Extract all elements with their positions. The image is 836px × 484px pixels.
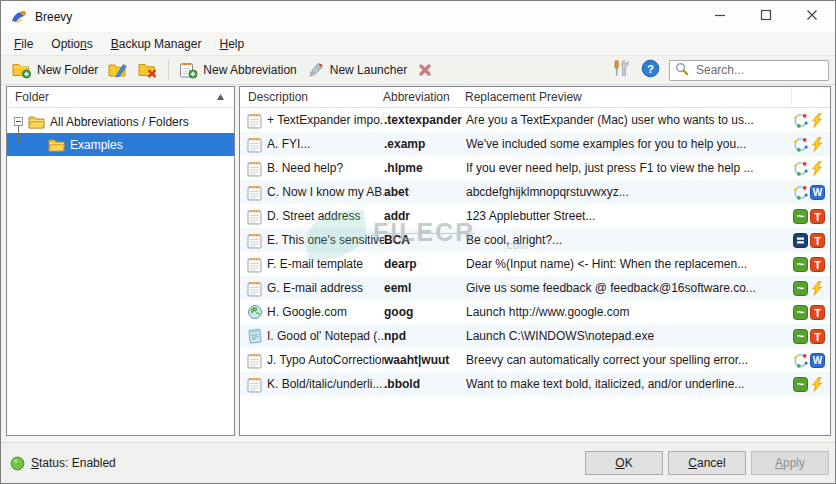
table-row[interactable]: D. Street addressaddr123 Applebutter Str… [240, 204, 830, 228]
search-icon [675, 62, 689, 79]
text-formatting-icon: T [810, 233, 825, 248]
column-header-flags [792, 87, 830, 107]
row-flags: ~T [790, 257, 830, 272]
new-folder-button[interactable]: New Folder [7, 59, 103, 81]
status-text: Status: Enabled [31, 456, 116, 470]
table-row[interactable]: E. This one's sensitive!BCABe cool, alri… [240, 228, 830, 252]
tilde-icon: ~ [793, 329, 808, 344]
close-button[interactable] [789, 1, 835, 32]
menu-item-file[interactable]: File [5, 34, 42, 54]
equals-icon [793, 233, 808, 248]
ok-button[interactable]: OK [585, 451, 663, 475]
row-description: C. Now I know my AB... [267, 185, 384, 199]
row-preview: Want to make text bold, italicized, and/… [466, 377, 790, 391]
row-abbreviation: eeml [384, 281, 466, 295]
table-row[interactable]: J. Typo AutoCorrectionwaaht|wuutBreevy c… [240, 348, 830, 372]
folder-panel: Folder All Abbreviations / Folders Examp… [6, 86, 235, 436]
word-formatting-icon: W [810, 353, 825, 368]
column-header-replacement-preview[interactable]: Replacement Preview [465, 87, 792, 107]
menu-item-options[interactable]: Options [42, 34, 101, 54]
toolbar-right-group: ? [611, 59, 829, 81]
table-row[interactable]: A. FYI....exampWe've included some examp… [240, 132, 830, 156]
new-launcher-label: New Launcher [330, 63, 407, 77]
close-icon [806, 9, 818, 24]
svg-text:~: ~ [797, 257, 805, 272]
new-launcher-button[interactable]: New Launcher [302, 59, 412, 81]
row-abbreviation: addr [384, 209, 466, 223]
table-row[interactable]: K. Bold/italic/underli....bboldWant to m… [240, 372, 830, 396]
label-text: B [111, 37, 119, 51]
row-description: E. This one's sensitive! [267, 233, 384, 247]
row-preview: If you ever need help, just press F1 to … [466, 161, 790, 175]
menu-item-backup-manager[interactable]: Backup Manager [102, 34, 211, 54]
settings-tools-icon[interactable] [611, 59, 632, 81]
row-description: K. Bold/italic/underli... [267, 377, 384, 391]
window-controls [697, 1, 835, 32]
row-description: D. Street address [267, 209, 384, 223]
minimize-button[interactable] [697, 1, 743, 32]
maximize-button[interactable] [743, 1, 789, 32]
tree-item-examples[interactable]: Examples [7, 133, 234, 156]
memo-icon [247, 136, 267, 153]
tilde-icon: ~ [793, 281, 808, 296]
text-formatting-icon: T [810, 329, 825, 344]
row-description: J. Typo AutoCorrection [267, 353, 384, 367]
sync-circle-icon [793, 185, 808, 200]
folder-tree: All Abbreviations / Folders Examples [7, 108, 234, 156]
label-text: n [80, 37, 87, 51]
tree-item-all-abbreviations[interactable]: All Abbreviations / Folders [7, 110, 234, 133]
table-row[interactable]: I. Good ol' Notepad (...npdLaunch C:\WIN… [240, 324, 830, 348]
abbreviation-panel: Description Abbreviation Replacement Pre… [239, 86, 831, 436]
search-box[interactable] [669, 60, 829, 81]
label-text: S [31, 456, 39, 470]
search-input[interactable] [694, 62, 823, 78]
folder-column-header[interactable]: Folder [7, 87, 234, 108]
memo-icon [247, 352, 267, 369]
table-row[interactable]: C. Now I know my AB...abetabcdefghijklmn… [240, 180, 830, 204]
new-abbreviation-icon [179, 61, 198, 79]
delete-folder-button[interactable] [133, 59, 163, 81]
breevy-window: Breevy File Options Backup Manager Help … [0, 0, 836, 484]
apply-button[interactable]: Apply [751, 451, 829, 475]
label-text: O [615, 456, 624, 470]
delete-x-icon [417, 62, 433, 78]
table-row[interactable]: F. E-mail templatedearpDear %(Input name… [240, 252, 830, 276]
table-row[interactable]: G. E-mail addresseemlGive us some feedba… [240, 276, 830, 300]
menu-item-help[interactable]: Help [210, 34, 253, 54]
label-text: tatus: Enabled [39, 456, 116, 470]
table-row[interactable]: B. Need help?.hlpmeIf you ever need help… [240, 156, 830, 180]
new-abbreviation-button[interactable]: New Abbreviation [174, 59, 301, 81]
help-icon[interactable]: ? [641, 59, 660, 81]
window-title: Breevy [35, 10, 72, 24]
new-folder-icon [12, 61, 32, 79]
table-header: Description Abbreviation Replacement Pre… [240, 87, 830, 108]
table-row[interactable]: + TextExpander impo....textexpanderAre y… [240, 108, 830, 132]
label-text: pply [783, 456, 805, 470]
row-abbreviation: .examp [384, 137, 466, 151]
label-text: K [625, 456, 633, 470]
table-row[interactable]: H. Google.comgoogLaunch http://www.googl… [240, 300, 830, 324]
text-formatting-icon: T [810, 305, 825, 320]
row-flags: ~T [790, 209, 830, 224]
row-description: G. E-mail address [267, 281, 384, 295]
row-abbreviation: abet [384, 185, 466, 199]
label-text: H [219, 37, 228, 51]
svg-text:~: ~ [797, 329, 805, 344]
maximize-icon [760, 9, 772, 24]
memo-icon [247, 160, 267, 177]
memo-icon [247, 184, 267, 201]
tilde-icon: ~ [793, 209, 808, 224]
row-description: A. FYI... [267, 137, 384, 151]
delete-abbreviation-button[interactable] [412, 60, 438, 80]
cancel-button[interactable]: Cancel [668, 451, 746, 475]
collapse-expander-icon[interactable] [14, 117, 23, 126]
folder-header-label: Folder [15, 90, 49, 104]
sort-ascending-icon [216, 93, 225, 101]
column-header-abbreviation[interactable]: Abbreviation [383, 87, 465, 107]
row-flags [790, 137, 830, 152]
row-flags: ~T [790, 329, 830, 344]
tilde-icon: ~ [793, 377, 808, 392]
column-header-description[interactable]: Description [248, 87, 383, 107]
notepad-icon [247, 328, 267, 344]
edit-folder-button[interactable] [103, 59, 133, 81]
